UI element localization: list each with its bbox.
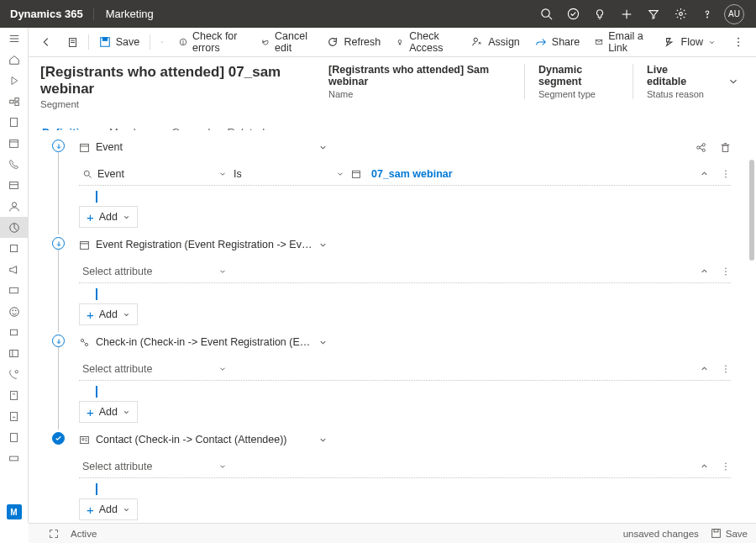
refresh-button[interactable]: Refresh	[320, 30, 387, 54]
emoji-icon[interactable]	[0, 301, 29, 322]
back-button[interactable]	[34, 30, 59, 54]
add-condition-button[interactable]: +Add	[79, 303, 138, 325]
task-icon[interactable]	[559, 0, 586, 28]
more-icon[interactable]	[721, 461, 731, 472]
contacts-icon[interactable]	[0, 196, 29, 217]
check-errors-label: Check for errors	[192, 30, 246, 54]
share-icon[interactable]	[696, 142, 706, 153]
app-name[interactable]: Marketing	[94, 8, 165, 20]
chevron-down-icon[interactable]	[336, 170, 344, 178]
svg-point-30	[15, 371, 18, 373]
chevron-down-icon[interactable]	[318, 435, 328, 445]
entity-label: Event	[96, 141, 123, 153]
chevron-down-icon[interactable]	[218, 462, 227, 471]
nav-item-9[interactable]	[0, 385, 29, 406]
calendar-icon	[351, 169, 361, 179]
svg-rect-28	[10, 350, 18, 356]
brand[interactable]: Dynamics 365	[8, 8, 94, 20]
calendar-icon[interactable]	[0, 133, 29, 154]
user-avatar[interactable]: AU	[724, 4, 744, 24]
megaphone-icon[interactable]	[0, 259, 29, 280]
svg-line-75	[84, 341, 86, 343]
nav-item-8[interactable]	[0, 364, 29, 385]
attribute-selector[interactable]: Event	[79, 168, 230, 180]
chevron-down-icon[interactable]	[218, 365, 227, 373]
status-state: Active	[71, 529, 97, 539]
collapse-icon[interactable]	[700, 266, 709, 277]
svg-rect-12	[9, 100, 13, 103]
more-icon[interactable]	[721, 364, 731, 374]
nav-item-1[interactable]	[0, 91, 29, 112]
home-icon[interactable]	[0, 49, 29, 70]
entity-selector[interactable]: Event Registration (Event Registration -…	[79, 235, 331, 255]
header-expand-button[interactable]	[717, 76, 739, 87]
check-access-button[interactable]: Check Access	[389, 30, 463, 54]
add-icon[interactable]	[613, 0, 640, 28]
nav-item-11[interactable]	[0, 427, 29, 448]
nav-item-10[interactable]	[0, 406, 29, 427]
attribute-selector[interactable]: Select attribute	[79, 266, 230, 277]
entity-selector[interactable]: Contact (Check-in -> Contact (Attendee))	[79, 430, 331, 450]
overflow-button[interactable]	[726, 30, 751, 54]
svg-point-55	[702, 149, 705, 151]
nav-item-2[interactable]	[0, 112, 29, 133]
chevron-down-icon[interactable]	[318, 240, 328, 250]
hamburger-icon[interactable]	[0, 28, 29, 49]
entity-selector[interactable]: Event	[79, 137, 331, 157]
operator-selector[interactable]: Is	[230, 168, 348, 180]
nav-item-4[interactable]	[0, 238, 29, 259]
nav-item-7[interactable]	[0, 343, 29, 364]
save-label: Save	[116, 36, 140, 48]
save-split-button[interactable]	[154, 30, 171, 54]
cancel-edit-button[interactable]: Cancel edit	[255, 30, 318, 54]
collapse-icon[interactable]	[700, 364, 709, 374]
attribute-selector[interactable]: Select attribute	[79, 461, 230, 472]
assign-button[interactable]: Assign	[465, 30, 527, 54]
value-selector[interactable]: 07_sam webinar	[348, 168, 693, 180]
svg-point-73	[81, 339, 83, 341]
segments-icon[interactable]	[0, 217, 29, 238]
chevron-down-icon[interactable]	[318, 143, 328, 152]
filter-icon[interactable]	[640, 0, 667, 28]
settings-icon[interactable]	[667, 0, 694, 28]
help-icon[interactable]	[694, 0, 721, 28]
save-button[interactable]: Save	[92, 30, 147, 54]
command-bar: Save Check for errors Cancel edit Refres…	[29, 28, 756, 57]
chevron-down-icon	[123, 214, 130, 221]
insertion-caret	[96, 288, 97, 300]
svg-point-53	[697, 145, 700, 148]
delete-icon[interactable]	[720, 142, 731, 153]
attribute-selector[interactable]: Select attribute	[79, 363, 230, 375]
chevron-down-icon[interactable]	[218, 267, 227, 276]
check-errors-button[interactable]: Check for errors	[172, 30, 253, 54]
lightbulb-icon[interactable]	[586, 0, 613, 28]
svg-rect-27	[10, 329, 17, 335]
add-condition-button[interactable]: +Add	[79, 206, 138, 228]
share-button[interactable]: Share	[528, 30, 586, 54]
nav-item-5[interactable]	[0, 280, 29, 301]
add-condition-button[interactable]: +Add	[79, 401, 138, 423]
flow-button[interactable]: Flow	[658, 30, 722, 54]
svg-point-46	[474, 38, 477, 41]
nav-item-12[interactable]	[0, 448, 29, 469]
footer-save-button[interactable]: Save	[711, 528, 748, 539]
more-icon[interactable]	[721, 169, 731, 179]
scrollbar-thumb[interactable]	[749, 160, 754, 261]
entity-selector[interactable]: Check-in (Check-in -> Event Registration…	[79, 332, 331, 352]
header-field-name: [Registrants who attended] Sam webinar N…	[315, 64, 524, 99]
nav-item-3[interactable]	[0, 175, 29, 196]
module-switcher[interactable]: M	[7, 504, 22, 519]
search-icon[interactable]	[533, 0, 559, 28]
phone-icon[interactable]	[0, 154, 29, 175]
chevron-down-icon[interactable]	[318, 338, 328, 347]
expand-icon[interactable]	[49, 529, 59, 539]
play-icon[interactable]	[0, 70, 29, 91]
collapse-icon[interactable]	[700, 461, 709, 472]
collapse-icon[interactable]	[700, 169, 709, 179]
more-icon[interactable]	[721, 266, 731, 277]
nav-item-6[interactable]	[0, 322, 29, 343]
chevron-down-icon[interactable]	[218, 170, 227, 178]
add-condition-button[interactable]: +Add	[79, 498, 138, 520]
email-link-button[interactable]: Email a Link	[588, 30, 655, 54]
form-selector[interactable]	[60, 30, 85, 54]
